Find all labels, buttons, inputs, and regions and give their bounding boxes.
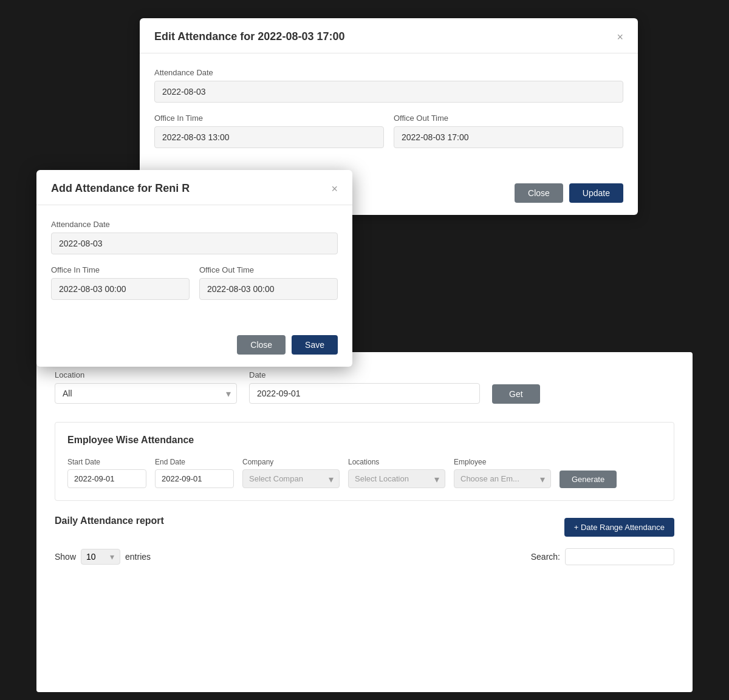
add-attendance-modal: Add Attendance for Reni R × Attendance D… <box>36 170 352 367</box>
edit-office-out-label: Office Out Time <box>394 114 623 123</box>
start-date-input[interactable] <box>67 469 146 488</box>
search-label: Search: <box>531 552 560 562</box>
date-label: Date <box>249 370 480 379</box>
edit-modal-close-icon[interactable]: × <box>617 32 623 42</box>
end-date-label: End Date <box>155 458 234 466</box>
locations-group: Locations Select Location <box>348 458 445 488</box>
add-attendance-date-input[interactable] <box>51 233 338 254</box>
employee-label: Employee <box>454 458 551 466</box>
search-input[interactable] <box>565 548 674 565</box>
add-modal-body: Attendance Date Office In Time Office Ou… <box>36 205 352 325</box>
location-filter-group: Location All <box>55 370 237 404</box>
company-group: Company Select Compan <box>242 458 340 488</box>
show-label: Show <box>55 552 76 562</box>
edit-office-out-input[interactable] <box>394 126 623 148</box>
start-date-group: Start Date <box>67 458 146 488</box>
main-panel: Location All Date Get Employee Wise Atte… <box>36 352 693 692</box>
add-office-in-input[interactable] <box>51 278 190 300</box>
add-time-row: Office In Time Office Out Time <box>51 265 338 311</box>
locations-select-wrapper[interactable]: Select Location <box>348 469 445 488</box>
edit-time-row: Office In Time Office Out Time <box>154 114 623 159</box>
edit-modal-body: Attendance Date Office In Time Office Ou… <box>140 53 638 174</box>
add-office-in-group: Office In Time <box>51 265 190 300</box>
employee-select-wrapper[interactable]: Choose an Em... <box>454 469 551 488</box>
start-date-label: Start Date <box>67 458 146 466</box>
get-button[interactable]: Get <box>492 384 540 404</box>
daily-report-header: Daily Attendance report + Date Range Att… <box>55 515 674 539</box>
table-controls: Show 10 entries Search: <box>55 548 674 565</box>
edit-office-in-group: Office In Time <box>154 114 384 148</box>
entries-select-wrapper[interactable]: 10 <box>81 549 120 565</box>
company-select-wrapper[interactable]: Select Compan <box>242 469 340 488</box>
edit-attendance-date-input[interactable] <box>154 81 623 103</box>
company-label: Company <box>242 458 340 466</box>
date-range-button[interactable]: + Date Range Attendance <box>564 518 674 537</box>
locations-label: Locations <box>348 458 445 466</box>
employee-select[interactable]: Choose an Em... <box>454 469 551 488</box>
edit-office-out-group: Office Out Time <box>394 114 623 148</box>
edit-close-button[interactable]: Close <box>515 183 563 203</box>
edit-modal-title: Edit Attendance for 2022-08-03 17:00 <box>154 30 344 43</box>
add-modal-header: Add Attendance for Reni R × <box>36 170 352 205</box>
daily-report-title: Daily Attendance report <box>55 515 164 526</box>
add-modal-title: Add Attendance for Reni R <box>51 182 190 195</box>
add-modal-close-icon[interactable]: × <box>331 183 338 194</box>
show-entries: Show 10 entries <box>55 549 151 565</box>
add-modal-footer: Close Save <box>36 325 352 367</box>
search-row: Search: <box>531 548 674 565</box>
entries-select[interactable]: 10 <box>81 549 120 565</box>
edit-update-button[interactable]: Update <box>569 183 623 203</box>
edit-office-in-input[interactable] <box>154 126 384 148</box>
employee-wise-title: Employee Wise Attendance <box>67 435 662 446</box>
edit-attendance-date-group: Attendance Date <box>154 68 623 103</box>
company-select[interactable]: Select Compan <box>242 469 340 488</box>
add-attendance-date-group: Attendance Date <box>51 220 338 254</box>
location-select[interactable]: All <box>55 383 237 404</box>
generate-button[interactable]: Generate <box>560 471 617 488</box>
entries-label: entries <box>125 552 151 562</box>
add-save-button[interactable]: Save <box>292 335 338 355</box>
date-input[interactable] <box>249 383 480 404</box>
end-date-group: End Date <box>155 458 234 488</box>
employee-wise-section: Employee Wise Attendance Start Date End … <box>55 422 674 501</box>
add-office-out-input[interactable] <box>199 278 338 300</box>
employee-group: Employee Choose an Em... <box>454 458 551 488</box>
add-office-out-group: Office Out Time <box>199 265 338 300</box>
date-filter-group: Date <box>249 370 480 404</box>
locations-select[interactable]: Select Location <box>348 469 445 488</box>
add-attendance-date-label: Attendance Date <box>51 220 338 229</box>
end-date-input[interactable] <box>155 469 234 488</box>
daily-report-section: Daily Attendance report + Date Range Att… <box>55 515 674 565</box>
add-close-button[interactable]: Close <box>237 335 286 355</box>
employee-filter-row: Start Date End Date Company Select Compa… <box>67 458 662 488</box>
edit-attendance-date-label: Attendance Date <box>154 68 623 77</box>
add-office-out-label: Office Out Time <box>199 265 338 274</box>
edit-office-in-label: Office In Time <box>154 114 384 123</box>
location-label: Location <box>55 370 237 379</box>
filter-section: Location All Date Get <box>55 370 674 404</box>
add-office-in-label: Office In Time <box>51 265 190 274</box>
location-select-wrapper[interactable]: All <box>55 383 237 404</box>
edit-modal-header: Edit Attendance for 2022-08-03 17:00 × <box>140 18 638 53</box>
